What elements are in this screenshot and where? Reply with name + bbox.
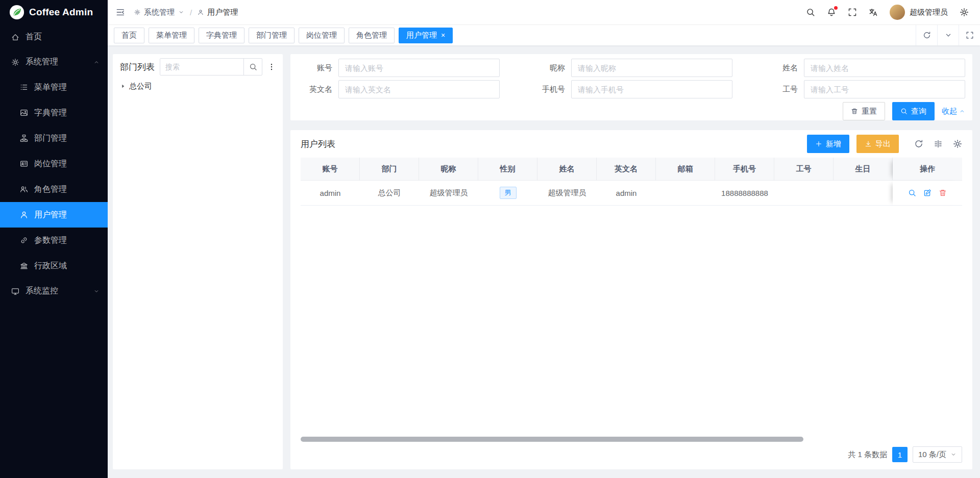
tab[interactable]: 角色管理 xyxy=(349,28,395,43)
table-settings-button[interactable] xyxy=(953,139,962,148)
tab[interactable]: 字典管理 xyxy=(199,28,244,43)
sidebar-item-label: 参数管理 xyxy=(34,235,67,246)
sidebar-item-system-monitor[interactable]: 系统监控 xyxy=(0,279,108,304)
more-vertical-icon xyxy=(267,63,276,71)
translate-icon[interactable] xyxy=(869,8,878,17)
page-size-value: 10 条/页 xyxy=(918,450,946,460)
department-more-button[interactable] xyxy=(267,63,276,71)
tab[interactable]: 部门管理 xyxy=(249,28,295,43)
department-search-input[interactable] xyxy=(160,59,243,75)
refresh-tab-button[interactable] xyxy=(916,25,937,45)
column-header[interactable]: 账号 xyxy=(301,158,360,181)
cell-dept: 总公司 xyxy=(360,181,419,206)
table-row[interactable]: admin 总公司 超级管理员 男 超级管理员 admin 1888888888… xyxy=(301,181,962,206)
notifications-button[interactable] xyxy=(827,8,836,17)
column-header-actions: 操作 xyxy=(893,158,962,181)
page-button-1[interactable]: 1 xyxy=(892,447,908,462)
tab-label: 用户管理 xyxy=(406,31,437,40)
column-header[interactable]: 手机号 xyxy=(715,158,774,181)
sidebar-item-system-management[interactable]: 系统管理 xyxy=(0,49,108,74)
breadcrumb-item-current: 用户管理 xyxy=(207,8,238,17)
search-icon[interactable] xyxy=(806,8,815,17)
chevron-down-icon[interactable] xyxy=(178,9,184,15)
gear-icon xyxy=(953,139,962,148)
edit-row-button[interactable] xyxy=(923,189,932,197)
sidebar: Coffee Admin 首页 系统管理 菜单管理 字典管理 部门管理 xyxy=(0,0,108,478)
sidebar-item-param-management[interactable]: 参数管理 xyxy=(0,228,108,253)
page-size-select[interactable]: 10 条/页 xyxy=(913,446,962,463)
department-search-button[interactable] xyxy=(243,59,262,75)
filter-field-phone: 手机号 xyxy=(530,80,732,99)
column-settings-button[interactable] xyxy=(934,139,943,148)
gender-badge: 男 xyxy=(500,187,517,199)
close-icon[interactable]: × xyxy=(441,32,445,39)
settings-gear-icon[interactable] xyxy=(960,8,969,17)
cell-name: 超级管理员 xyxy=(537,181,597,206)
refresh-table-button[interactable] xyxy=(914,139,923,148)
sidebar-item-home[interactable]: 首页 xyxy=(0,24,108,49)
filter-row-1: 账号 昵称 姓名 xyxy=(298,58,965,78)
chevron-down-icon xyxy=(950,451,957,458)
search-icon xyxy=(908,189,916,197)
department-panel-header: 部门列表 xyxy=(120,58,276,76)
tab-options-button[interactable] xyxy=(937,25,959,45)
column-header[interactable]: 姓名 xyxy=(537,158,597,181)
nickname-input[interactable] xyxy=(571,59,732,77)
logo[interactable]: Coffee Admin xyxy=(0,0,108,24)
english-name-input[interactable] xyxy=(338,80,500,98)
tab[interactable]: 岗位管理 xyxy=(299,28,345,43)
sidebar-item-post-management[interactable]: 岗位管理 xyxy=(0,151,108,177)
chevron-down-icon xyxy=(944,31,952,39)
horizontal-scrollbar-track xyxy=(301,437,962,442)
edit-icon xyxy=(923,189,932,197)
caret-right-icon[interactable] xyxy=(120,83,126,89)
sidebar-item-menu-management[interactable]: 菜单管理 xyxy=(0,74,108,100)
column-header[interactable]: 部门 xyxy=(360,158,419,181)
filter-card: 账号 昵称 姓名 英文名 xyxy=(290,54,972,120)
filter-actions: 重置 查询 收起 xyxy=(298,101,965,121)
refresh-icon xyxy=(923,31,931,39)
notification-dot xyxy=(834,6,838,10)
menu-fold-icon[interactable] xyxy=(116,8,125,17)
breadcrumb-item-system[interactable]: 系统管理 xyxy=(144,8,175,17)
download-icon xyxy=(865,140,872,147)
column-header[interactable]: 昵称 xyxy=(419,158,478,181)
column-header[interactable]: 性别 xyxy=(478,158,537,181)
tab[interactable]: 首页 xyxy=(114,28,144,43)
system-submenu: 菜单管理 字典管理 部门管理 岗位管理 角色管理 用户管理 xyxy=(0,74,108,279)
search-icon xyxy=(900,108,908,115)
sidebar-item-user-management[interactable]: 用户管理 xyxy=(0,202,108,228)
column-header[interactable]: 英文名 xyxy=(597,158,656,181)
column-header[interactable]: 工号 xyxy=(774,158,834,181)
sidebar-item-dept-management[interactable]: 部门管理 xyxy=(0,125,108,151)
name-input[interactable] xyxy=(804,59,965,77)
tree-node-root[interactable]: 总公司 xyxy=(120,79,276,94)
account-input[interactable] xyxy=(338,59,500,77)
column-header[interactable]: 生日 xyxy=(834,158,893,181)
sidebar-item-role-management[interactable]: 角色管理 xyxy=(0,177,108,202)
sidebar-item-admin-region[interactable]: 行政区域 xyxy=(0,253,108,279)
cell-phone: 18888888888 xyxy=(715,181,774,206)
fullscreen-icon[interactable] xyxy=(848,8,857,17)
delete-row-button[interactable] xyxy=(939,189,947,197)
export-button[interactable]: 导出 xyxy=(856,135,899,153)
horizontal-scrollbar-thumb[interactable] xyxy=(301,437,803,442)
filter-field-english-name: 英文名 xyxy=(298,80,500,99)
user-menu[interactable]: 超级管理员 xyxy=(890,5,948,20)
sidebar-item-dict-management[interactable]: 字典管理 xyxy=(0,100,108,125)
chevron-down-icon xyxy=(93,288,100,294)
work-no-input[interactable] xyxy=(804,80,965,98)
content-fullscreen-button[interactable] xyxy=(959,25,980,45)
tab[interactable]: 菜单管理 xyxy=(149,28,194,43)
collapse-link[interactable]: 收起 xyxy=(942,107,965,116)
phone-input[interactable] xyxy=(571,80,732,98)
sidebar-item-label: 首页 xyxy=(26,32,42,42)
search-button[interactable]: 查询 xyxy=(892,102,935,120)
cell-nickname: 超级管理员 xyxy=(419,181,478,206)
reset-button[interactable]: 重置 xyxy=(843,102,885,120)
gear-icon xyxy=(11,58,19,66)
view-row-button[interactable] xyxy=(908,189,916,197)
column-header[interactable]: 邮箱 xyxy=(656,158,715,181)
add-user-button[interactable]: 新增 xyxy=(807,135,849,153)
tab-active[interactable]: 用户管理 × xyxy=(399,28,453,43)
